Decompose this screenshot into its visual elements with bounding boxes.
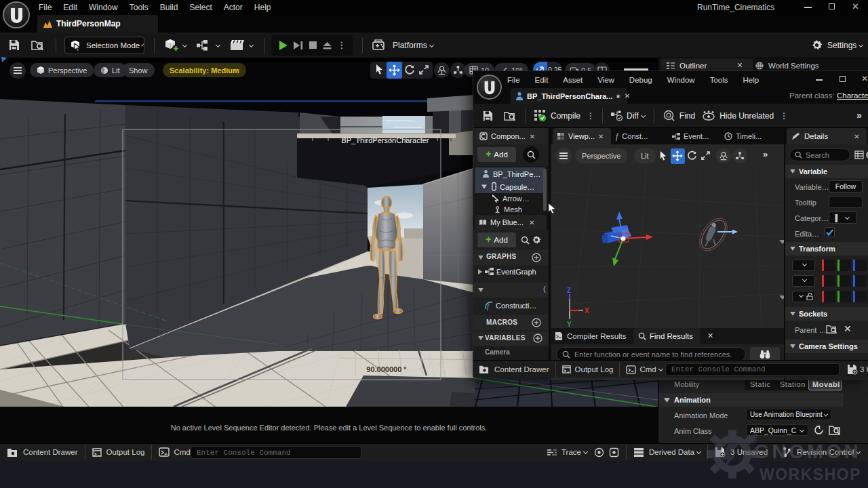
svg-text:Z: Z [567,287,571,294]
svg-text:BP_ThirdPersonCharacter: BP_ThirdPersonCharacter [341,136,429,144]
svg-text:X: X [585,307,589,314]
svg-text:90.000000 °: 90.000000 ° [366,365,406,373]
svg-text:GNOMON: GNOMON [754,441,861,462]
svg-text:Y: Y [567,321,572,328]
svg-text:WORKSHOP: WORKSHOP [760,466,861,483]
svg-text:f: f [487,303,490,310]
